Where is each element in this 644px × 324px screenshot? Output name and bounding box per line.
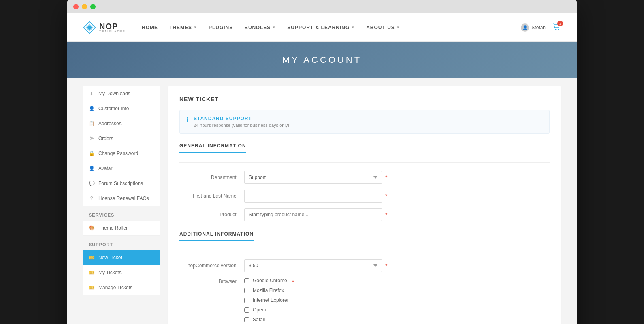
product-input[interactable] [244,208,382,221]
sidebar-item-avatar[interactable]: 👤 Avatar [83,161,160,176]
logo-text-area: NOP TEMPLATES [99,22,126,33]
sidebar-item-my-tickets[interactable]: 🎫 My Tickets [83,265,160,280]
window-close-button[interactable] [73,4,79,9]
browser-firefox-checkbox[interactable] [244,288,249,293]
browser-ie-option[interactable]: Internet Explorer [244,297,289,303]
address-icon: 📋 [89,121,94,126]
faq-icon: ? [89,196,94,201]
info-icon: ℹ [186,116,189,124]
page-title: MY ACCOUNT [282,55,362,65]
window-minimize-button[interactable] [82,4,87,9]
sidebar-label-theme-roller: Theme Roller [98,225,128,231]
browser-chrome-checkbox[interactable] [244,278,249,284]
browser-safari-option[interactable]: Safari [244,317,289,322]
sidebar-label-forum-subscriptions: Forum Subscriptions [98,181,143,186]
logo[interactable]: NOP TEMPLATES [83,21,126,34]
additional-section-header: ADDITIONAL INFORMATION [179,231,254,241]
nopcommerce-row: nopCommerce version: 3.50 3.40 3.30 3.20… [179,259,550,272]
top-nav: NOP TEMPLATES HOME THEMES ▼ PLUGINS BUND… [67,13,577,42]
browser-checkboxes: Google Chrome Mozilla Firefox Internet E… [244,278,289,324]
name-required: * [385,193,387,199]
orders-icon: 🛍 [89,136,94,141]
department-required: * [385,174,387,181]
user-icon: 👤 [89,106,94,111]
chevron-down-icon: ▼ [351,26,355,29]
nopcommerce-label: nopCommerce version: [179,263,244,269]
hero-banner: MY ACCOUNT [67,42,577,78]
download-icon: ⬇ [89,91,94,96]
browser-required: * [292,279,294,285]
sidebar-item-license-faq[interactable]: ? License Renewal FAQs [83,191,160,206]
browser-row: Browser: Google Chrome Mozilla Firefox [179,278,550,324]
browser-label: Browser: [179,278,244,284]
nav-support[interactable]: SUPPORT & LEARNING ▼ [287,15,355,40]
main-content: ⬇ My Downloads 👤 Customer Info 📋 Address… [67,78,577,324]
sidebar-item-orders[interactable]: 🛍 Orders [83,131,160,146]
department-label: Department: [179,175,244,180]
logo-icon [83,21,96,34]
browser-window: NOP TEMPLATES HOME THEMES ▼ PLUGINS BUND… [67,0,577,324]
nav-bundles[interactable]: BUNDLES ▼ [244,15,276,40]
department-row: Department: Support Sales Technical * [179,171,550,184]
sidebar-item-my-downloads[interactable]: ⬇ My Downloads [83,86,160,101]
cart-button[interactable]: 1 [552,23,561,32]
browser-safari-label: Safari [253,317,265,322]
browser-opera-label: Opera [253,307,266,313]
sidebar-label-manage-tickets: Manage Tickets [98,285,132,290]
sidebar-label-my-downloads: My Downloads [98,91,130,96]
svg-point-3 [555,29,557,30]
sidebar-item-manage-tickets[interactable]: 🎫 Manage Tickets [83,280,160,295]
svg-point-4 [558,29,559,30]
product-label: Product: [179,212,244,217]
nav-about[interactable]: ABOUT US ▼ [366,15,400,40]
support-banner-content: STANDARD SUPPORT 24 hours response (vali… [194,116,289,128]
nav-themes[interactable]: THEMES ▼ [169,15,197,40]
product-required: * [385,211,387,218]
sidebar-item-addresses[interactable]: 📋 Addresses [83,116,160,131]
user-avatar-icon: 👤 [521,23,529,32]
browser-opera-checkbox[interactable] [244,307,249,313]
sidebar-item-forum-subscriptions[interactable]: 💬 Forum Subscriptions [83,176,160,191]
sidebar-label-my-tickets: My Tickets [98,270,122,275]
avatar-icon: 👤 [89,166,94,171]
additional-section: ADDITIONAL INFORMATION nopCommerce versi… [179,231,550,324]
nopcommerce-select[interactable]: 3.50 3.40 3.30 3.20 [244,259,382,272]
browser-chrome-option[interactable]: Google Chrome [244,278,289,284]
browser-safari-checkbox[interactable] [244,317,249,322]
user-menu[interactable]: 👤 Stefan [521,23,546,32]
department-select[interactable]: Support Sales Technical [244,171,382,184]
name-input[interactable] [244,190,382,202]
nav-plugins[interactable]: PLUGINS [209,15,233,40]
sidebar-label-avatar: Avatar [98,166,112,171]
general-section: GENERAL INFORMATION Department: Support … [179,143,550,221]
nav-home[interactable]: HOME [142,15,158,40]
lock-icon: 🔒 [89,151,94,156]
browser-ie-checkbox[interactable] [244,298,249,303]
services-section-label: SERVICES [83,206,160,221]
sidebar-label-customer-info: Customer Info [98,106,129,111]
manage-tickets-icon: 🎫 [89,285,94,290]
browser-chrome [67,0,577,13]
sidebar-item-customer-info[interactable]: 👤 Customer Info [83,101,160,116]
browser-firefox-option[interactable]: Mozilla Firefox [244,288,289,293]
sidebar-label-orders: Orders [98,136,113,141]
browser-opera-option[interactable]: Opera [244,307,289,313]
main-panel: NEW TICKET ℹ STANDARD SUPPORT 24 hours r… [168,86,561,324]
sidebar-label-addresses: Addresses [98,121,122,126]
sidebar-label-license-faq: License Renewal FAQs [98,196,149,201]
nav-right: 👤 Stefan 1 [521,23,561,32]
general-section-header: GENERAL INFORMATION [179,143,246,153]
window-maximize-button[interactable] [90,4,96,9]
sidebar-item-new-ticket[interactable]: 🎫 New Ticket [83,250,160,265]
browser-chrome-label: Google Chrome [253,278,287,284]
ticket-icon: 🎫 [89,255,94,260]
sidebar-item-theme-roller[interactable]: 🎨 Theme Roller [83,221,160,236]
browser-firefox-label: Mozilla Firefox [253,288,284,293]
support-description: 24 hours response (valid for business da… [194,123,289,128]
name-row: First and Last Name: * [179,190,550,202]
name-label: First and Last Name: [179,193,244,199]
sidebar-item-change-password[interactable]: 🔒 Change Password [83,146,160,161]
support-type: STANDARD SUPPORT [194,116,289,122]
cart-count: 1 [557,21,563,26]
support-section-label: SUPPORT [83,236,160,250]
